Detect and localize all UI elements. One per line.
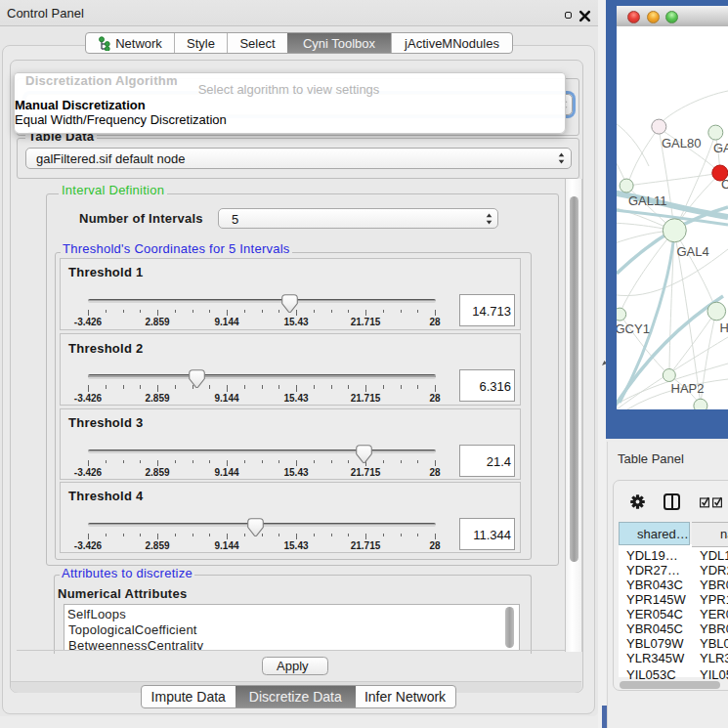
svg-text:GA: GA bbox=[713, 141, 728, 155]
svg-text:C: C bbox=[721, 177, 728, 192]
svg-text:GCY1: GCY1 bbox=[617, 321, 650, 336]
svg-text:H: H bbox=[720, 321, 728, 335]
svg-text:HAP2: HAP2 bbox=[671, 381, 705, 396]
svg-text:GAL11: GAL11 bbox=[628, 193, 667, 208]
svg-text:GAL4: GAL4 bbox=[677, 244, 709, 259]
svg-text:GAL80: GAL80 bbox=[662, 136, 701, 150]
